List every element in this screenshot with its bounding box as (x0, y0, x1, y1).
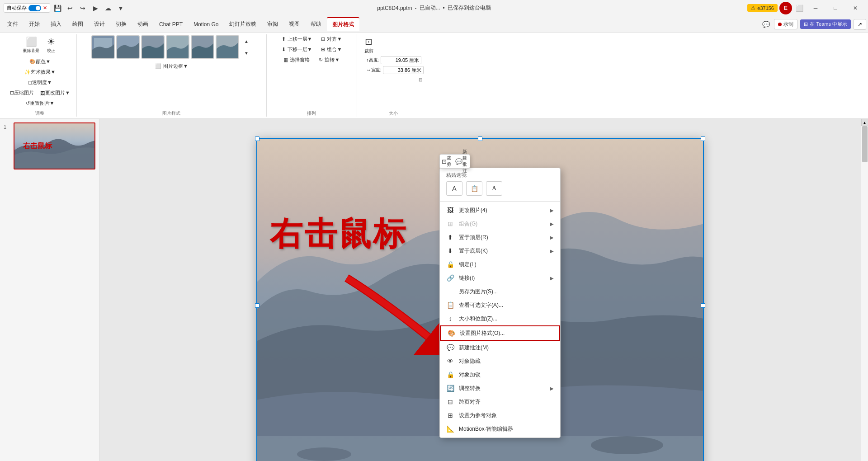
save-button[interactable]: 💾 (52, 3, 63, 14)
send-back-button[interactable]: ⬇ 下移一层▼ (278, 45, 316, 54)
width-input[interactable] (383, 66, 424, 74)
adjust-label: 调整 (35, 108, 44, 117)
tab-motion-go[interactable]: Motion Go (188, 19, 224, 30)
scroll-up-btn[interactable]: ▲ (861, 119, 868, 126)
picture-border-button[interactable]: ⬜ 图片边框▼ (151, 61, 192, 71)
crop-button[interactable]: ⊡ 裁剪 (361, 34, 377, 56)
style-thumb-2[interactable] (116, 35, 140, 59)
art-effect-button[interactable]: ✨ 艺术效果▼ (22, 67, 58, 77)
tab-view[interactable]: 视图 (283, 18, 305, 31)
ctx-alt-text[interactable]: 📋 查看可选文字(A)... (440, 298, 560, 312)
tab-help[interactable]: 帮助 (305, 18, 327, 31)
style-thumb-6[interactable] (216, 35, 239, 59)
motionbox-label: MotionBox·智能编辑器 (459, 425, 513, 433)
size-label: 大小 (389, 108, 398, 117)
select-pane-button[interactable]: ▦ 选择窗格 (280, 55, 313, 65)
align-button[interactable]: ⊟ 对齐▼ (317, 34, 345, 44)
compress-button[interactable]: ⊡ 压缩图片 (7, 88, 37, 98)
crop-label: 裁剪 (364, 48, 373, 54)
tab-draw[interactable]: 绘图 (67, 18, 89, 31)
tab-slideshow[interactable]: 幻灯片放映 (224, 18, 262, 31)
ctx-link[interactable]: 🔗 链接(I) ▶ (440, 271, 560, 285)
size-pos-label: 大小和位置(Z)... (459, 315, 497, 323)
style-thumb-3[interactable] (141, 35, 165, 59)
tab-file[interactable]: 文件 (2, 18, 24, 31)
bring-front-arrow: ▶ (550, 235, 554, 240)
group-button[interactable]: ⊞ 组合▼ (317, 45, 345, 54)
color-button[interactable]: 🎨 颜色▼ (27, 56, 53, 67)
style-thumb-1[interactable] (91, 35, 115, 59)
reset-pic-button[interactable]: ↺ 重置图片▼ (23, 98, 57, 108)
transparency-button[interactable]: ◻ 透明度▼ (25, 77, 55, 88)
redo-button[interactable]: ↪ (77, 3, 88, 14)
correct-button[interactable]: ☀ 校正 (43, 34, 59, 56)
tab-animation[interactable]: 动画 (132, 18, 154, 31)
styles-scroll-down[interactable]: ▼ (241, 47, 252, 58)
ctx-change-pic[interactable]: 🖼 更改图片(4) ▶ (440, 203, 560, 217)
float-crop-button[interactable]: ⊡ 裁剪 (442, 155, 454, 167)
ctx-lock[interactable]: 🔒 锁定(L) (440, 258, 560, 271)
float-comment-button[interactable]: 💬 新建批注 (455, 155, 468, 167)
tab-chat-ppt[interactable]: Chat PPT (154, 19, 188, 30)
ctx-lock-obj[interactable]: 🔒 对象加锁 (440, 368, 560, 381)
styles-scroll-up[interactable]: ▲ (241, 36, 252, 47)
warning-badge[interactable]: ⚠ e37156 (747, 4, 778, 12)
tab-design[interactable]: 设计 (89, 18, 110, 31)
paste-btn-2[interactable]: 📋 (466, 181, 482, 196)
change-pic-button[interactable]: 🖼 更改图片▼ (38, 88, 73, 98)
paste-btn-3[interactable]: A (486, 181, 502, 196)
ctx-new-comment[interactable]: 💬 新建批注(M) (440, 341, 560, 354)
rotate-button[interactable]: ↻ 旋转▼ (315, 55, 343, 65)
ctx-cross-page[interactable]: ⊟ 跨页对齐 (440, 395, 560, 409)
paste-btn-1[interactable]: A (446, 181, 462, 196)
right-scrollbar: ▲ ▼ (861, 119, 868, 461)
cloud-button[interactable]: ☁ (103, 3, 113, 14)
undo-button[interactable]: ↩ (65, 3, 75, 14)
tab-home[interactable]: 开始 (24, 18, 45, 31)
ctx-adjust-transform[interactable]: 🔄 调整转换 ▶ (440, 381, 560, 395)
bring-forward-button[interactable]: ⬆ 上移一层▼ (278, 34, 316, 44)
ctx-motionbox[interactable]: 📐 MotionBox·智能编辑器 (440, 422, 560, 436)
separator: - (415, 5, 417, 11)
tab-transition[interactable]: 切换 (110, 18, 132, 31)
scroll-thumb[interactable] (862, 126, 868, 162)
ctx-bring-front[interactable]: ⬆ 置于顶层(R) ▶ (440, 230, 560, 244)
present-button[interactable]: ▶ (90, 3, 101, 14)
close-button[interactable]: ✕ (846, 0, 864, 16)
cross-page-icon: ⊟ (446, 398, 454, 406)
ribbon: ⬜ 删除背景 ☀ 校正 🎨 颜色▼ ✨ 艺术效果▼ (0, 33, 868, 119)
height-input[interactable] (381, 56, 421, 64)
style-thumb-4[interactable] (166, 35, 189, 59)
teams-button[interactable]: ⊞ 在 Teams 中展示 (800, 19, 851, 29)
ctx-set-ref[interactable]: ⊞ 设置为参考对象 (440, 409, 560, 422)
remove-bg-button[interactable]: ⬜ 删除背景 (20, 34, 42, 56)
change-pic-icon: 🖼 (446, 206, 454, 214)
tab-picture-format[interactable]: 图片格式 (327, 17, 359, 31)
minimize-button[interactable]: ─ (807, 0, 825, 16)
record-button[interactable]: 录制 (774, 19, 797, 29)
ctx-send-back[interactable]: ⬇ 置于底层(K) ▶ (440, 244, 560, 258)
adjust-transform-label: 调整转换 (459, 385, 481, 392)
size-expand-icon[interactable]: ⊡ (415, 74, 426, 85)
restore-button[interactable]: ⬜ (794, 3, 805, 14)
maximize-button[interactable]: □ (826, 0, 844, 16)
slide-thumbnail[interactable]: 右击鼠标 (14, 122, 95, 169)
user-avatar[interactable]: E (779, 2, 792, 14)
tab-review[interactable]: 审阅 (262, 18, 283, 31)
ctx-save-as[interactable]: 另存为图片(S)... (440, 285, 560, 298)
ctx-format-pic[interactable]: 🎨 设置图片格式(O)... (440, 325, 560, 341)
style-thumb-5[interactable] (191, 35, 214, 59)
autosave-toggle[interactable] (28, 5, 41, 11)
ctx-hide-obj[interactable]: 👁 对象隐藏 (440, 354, 560, 368)
hide-obj-icon: 👁 (446, 357, 454, 365)
tab-insert[interactable]: 插入 (45, 18, 67, 31)
send-back-icon: ⬇ (446, 247, 454, 255)
ctx-size-pos[interactable]: ↕ 大小和位置(Z)... (440, 312, 560, 325)
paste-label: 粘贴选项: (440, 170, 560, 179)
share-button[interactable]: ↗ (854, 19, 866, 30)
quick-access-more[interactable]: ▼ (115, 3, 126, 14)
correct-icon: ☀ (47, 36, 55, 47)
comment-button[interactable]: 💬 (760, 19, 771, 30)
set-ref-icon: ⊞ (446, 411, 454, 419)
autosave-badge[interactable]: 自动保存 ✕ (4, 3, 50, 13)
